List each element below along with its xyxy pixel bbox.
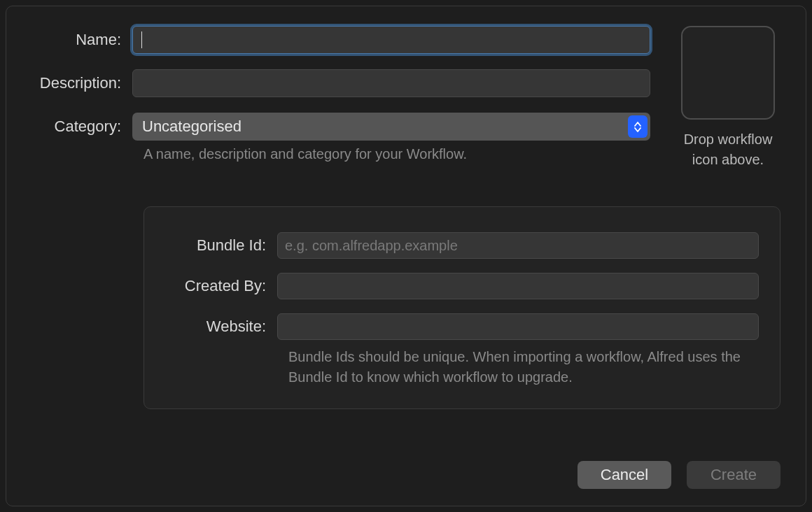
- cancel-button[interactable]: Cancel: [578, 461, 671, 489]
- bundle-id-label: Bundle Id:: [165, 236, 277, 255]
- name-input[interactable]: [132, 26, 650, 54]
- chevron-up-down-icon: [628, 115, 648, 138]
- website-label: Website:: [165, 318, 277, 336]
- category-row: Category: Uncategorised: [31, 113, 650, 141]
- icon-drop-column: Drop workflow icon above.: [676, 26, 780, 170]
- bottom-helper-text: Bundle Ids should be unique. When import…: [288, 347, 759, 387]
- created-by-row: Created By:: [165, 273, 759, 299]
- description-label: Description:: [31, 74, 132, 92]
- top-section: Name: Description: Category: Uncategoris…: [31, 26, 780, 170]
- text-caret-icon: [141, 31, 142, 48]
- name-row: Name:: [31, 26, 650, 54]
- bundle-id-input[interactable]: [277, 232, 759, 259]
- create-button[interactable]: Create: [687, 461, 780, 489]
- category-select[interactable]: Uncategorised: [132, 113, 650, 141]
- created-by-input[interactable]: [277, 273, 759, 299]
- category-select-value: Uncategorised: [142, 118, 241, 136]
- top-helper-text: A name, description and category for you…: [144, 146, 650, 162]
- description-input[interactable]: [132, 69, 650, 97]
- name-label: Name:: [31, 31, 132, 49]
- created-by-label: Created By:: [165, 277, 277, 295]
- primary-form: Name: Description: Category: Uncategoris…: [31, 26, 650, 162]
- description-row: Description:: [31, 69, 650, 97]
- button-bar: Cancel Create: [578, 461, 780, 489]
- website-row: Website:: [165, 313, 759, 340]
- website-input[interactable]: [277, 313, 759, 340]
- metadata-panel: Bundle Id: Created By: Website: Bundle I…: [144, 206, 780, 409]
- bundle-id-row: Bundle Id:: [165, 232, 759, 259]
- icon-drop-zone[interactable]: [681, 26, 775, 120]
- workflow-create-dialog: Name: Description: Category: Uncategoris…: [6, 6, 806, 506]
- category-label: Category:: [31, 118, 132, 136]
- icon-drop-caption: Drop workflow icon above.: [684, 129, 773, 170]
